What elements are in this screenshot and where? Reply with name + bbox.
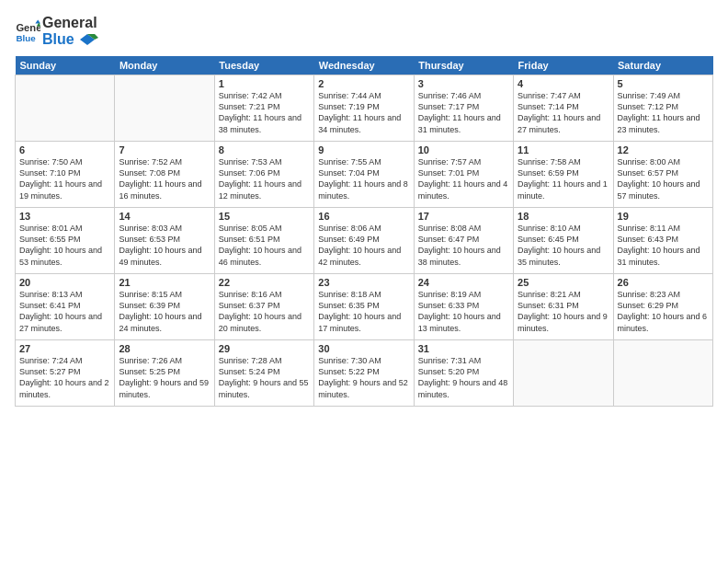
day-cell: 13Sunrise: 8:01 AM Sunset: 6:55 PM Dayli…: [16, 208, 115, 274]
day-info: Sunrise: 8:03 AM Sunset: 6:53 PM Dayligh…: [119, 223, 210, 268]
day-info: Sunrise: 8:18 AM Sunset: 6:35 PM Dayligh…: [318, 289, 409, 334]
day-header-monday: Monday: [115, 56, 214, 75]
day-cell: 10Sunrise: 7:57 AM Sunset: 7:01 PM Dayli…: [414, 142, 513, 208]
day-header-thursday: Thursday: [414, 56, 513, 75]
day-number: 6: [19, 144, 110, 155]
day-info: Sunrise: 7:46 AM Sunset: 7:17 PM Dayligh…: [418, 90, 509, 135]
day-number: 5: [618, 78, 709, 89]
day-cell: 9Sunrise: 7:55 AM Sunset: 7:04 PM Daylig…: [314, 142, 414, 208]
day-cell: 22Sunrise: 8:16 AM Sunset: 6:37 PM Dayli…: [214, 274, 313, 340]
day-cell: [514, 340, 613, 407]
week-row-4: 20Sunrise: 8:13 AM Sunset: 6:41 PM Dayli…: [16, 274, 713, 340]
day-header-friday: Friday: [514, 56, 613, 75]
day-info: Sunrise: 7:31 AM Sunset: 5:20 PM Dayligh…: [418, 355, 509, 400]
day-info: Sunrise: 7:50 AM Sunset: 7:10 PM Dayligh…: [19, 156, 110, 201]
day-number: 25: [518, 277, 609, 288]
day-number: 1: [219, 78, 310, 89]
day-header-wednesday: Wednesday: [314, 56, 414, 75]
day-number: 13: [19, 211, 110, 222]
day-info: Sunrise: 7:47 AM Sunset: 7:14 PM Dayligh…: [518, 90, 609, 135]
day-number: 31: [418, 343, 509, 354]
day-number: 7: [119, 144, 210, 155]
day-number: 4: [518, 78, 609, 89]
day-cell: 27Sunrise: 7:24 AM Sunset: 5:27 PM Dayli…: [16, 340, 115, 407]
logo-general: General: [42, 15, 98, 31]
day-info: Sunrise: 7:57 AM Sunset: 7:01 PM Dayligh…: [418, 156, 509, 201]
day-number: 30: [318, 343, 409, 354]
day-info: Sunrise: 7:52 AM Sunset: 7:08 PM Dayligh…: [119, 156, 210, 201]
day-cell: 15Sunrise: 8:05 AM Sunset: 6:51 PM Dayli…: [214, 208, 313, 274]
day-cell: 30Sunrise: 7:30 AM Sunset: 5:22 PM Dayli…: [314, 340, 414, 407]
day-cell: 12Sunrise: 8:00 AM Sunset: 6:57 PM Dayli…: [613, 142, 712, 208]
day-info: Sunrise: 8:23 AM Sunset: 6:29 PM Dayligh…: [618, 289, 709, 334]
svg-text:Blue: Blue: [16, 32, 36, 42]
day-info: Sunrise: 8:08 AM Sunset: 6:47 PM Dayligh…: [418, 223, 509, 268]
day-number: 11: [518, 144, 609, 155]
day-cell: 25Sunrise: 8:21 AM Sunset: 6:31 PM Dayli…: [514, 274, 613, 340]
logo: General Blue General Blue: [15, 15, 98, 47]
day-info: Sunrise: 8:00 AM Sunset: 6:57 PM Dayligh…: [618, 156, 709, 201]
day-number: 29: [219, 343, 310, 354]
day-cell: 16Sunrise: 8:06 AM Sunset: 6:49 PM Dayli…: [314, 208, 414, 274]
day-number: 17: [418, 211, 509, 222]
calendar-table: SundayMondayTuesdayWednesdayThursdayFrid…: [15, 56, 713, 407]
day-cell: 5Sunrise: 7:49 AM Sunset: 7:12 PM Daylig…: [613, 75, 712, 142]
day-info: Sunrise: 7:30 AM Sunset: 5:22 PM Dayligh…: [318, 355, 409, 400]
day-info: Sunrise: 7:58 AM Sunset: 6:59 PM Dayligh…: [518, 156, 609, 201]
day-info: Sunrise: 8:13 AM Sunset: 6:41 PM Dayligh…: [19, 289, 110, 334]
svg-text:General: General: [16, 22, 40, 33]
day-cell: 19Sunrise: 8:11 AM Sunset: 6:43 PM Dayli…: [613, 208, 712, 274]
day-info: Sunrise: 7:44 AM Sunset: 7:19 PM Dayligh…: [318, 90, 409, 135]
day-cell: 14Sunrise: 8:03 AM Sunset: 6:53 PM Dayli…: [115, 208, 214, 274]
day-info: Sunrise: 8:21 AM Sunset: 6:31 PM Dayligh…: [518, 289, 609, 334]
day-cell: 7Sunrise: 7:52 AM Sunset: 7:08 PM Daylig…: [115, 142, 214, 208]
day-number: 18: [518, 211, 609, 222]
day-info: Sunrise: 8:11 AM Sunset: 6:43 PM Dayligh…: [618, 223, 709, 268]
day-cell: 20Sunrise: 8:13 AM Sunset: 6:41 PM Dayli…: [16, 274, 115, 340]
day-cell: 23Sunrise: 8:18 AM Sunset: 6:35 PM Dayli…: [314, 274, 414, 340]
day-number: 16: [318, 211, 409, 222]
day-cell: [115, 75, 214, 142]
week-row-5: 27Sunrise: 7:24 AM Sunset: 5:27 PM Dayli…: [16, 340, 713, 407]
day-number: 12: [618, 144, 709, 155]
day-number: 20: [19, 277, 110, 288]
day-info: Sunrise: 8:06 AM Sunset: 6:49 PM Dayligh…: [318, 223, 409, 268]
day-number: 8: [219, 144, 310, 155]
day-cell: [613, 340, 712, 407]
day-cell: 8Sunrise: 7:53 AM Sunset: 7:06 PM Daylig…: [214, 142, 313, 208]
day-cell: 31Sunrise: 7:31 AM Sunset: 5:20 PM Dayli…: [414, 340, 513, 407]
day-info: Sunrise: 8:10 AM Sunset: 6:45 PM Dayligh…: [518, 223, 609, 268]
day-header-saturday: Saturday: [613, 56, 712, 75]
day-number: 21: [119, 277, 210, 288]
logo-text-block: General Blue: [42, 15, 98, 47]
day-info: Sunrise: 7:26 AM Sunset: 5:25 PM Dayligh…: [119, 355, 210, 400]
day-info: Sunrise: 8:19 AM Sunset: 6:33 PM Dayligh…: [418, 289, 509, 334]
day-number: 27: [19, 343, 110, 354]
day-cell: 2Sunrise: 7:44 AM Sunset: 7:19 PM Daylig…: [314, 75, 414, 142]
day-info: Sunrise: 7:49 AM Sunset: 7:12 PM Dayligh…: [618, 90, 709, 135]
day-cell: 21Sunrise: 8:15 AM Sunset: 6:39 PM Dayli…: [115, 274, 214, 340]
day-cell: 17Sunrise: 8:08 AM Sunset: 6:47 PM Dayli…: [414, 208, 513, 274]
day-number: 9: [318, 144, 409, 155]
day-cell: 6Sunrise: 7:50 AM Sunset: 7:10 PM Daylig…: [16, 142, 115, 208]
day-cell: 28Sunrise: 7:26 AM Sunset: 5:25 PM Dayli…: [115, 340, 214, 407]
day-cell: 29Sunrise: 7:28 AM Sunset: 5:24 PM Dayli…: [214, 340, 313, 407]
header-row: SundayMondayTuesdayWednesdayThursdayFrid…: [16, 56, 713, 75]
day-cell: 26Sunrise: 8:23 AM Sunset: 6:29 PM Dayli…: [613, 274, 712, 340]
day-cell: 11Sunrise: 7:58 AM Sunset: 6:59 PM Dayli…: [514, 142, 613, 208]
day-cell: 24Sunrise: 8:19 AM Sunset: 6:33 PM Dayli…: [414, 274, 513, 340]
day-number: 14: [119, 211, 210, 222]
day-info: Sunrise: 7:55 AM Sunset: 7:04 PM Dayligh…: [318, 156, 409, 201]
day-header-sunday: Sunday: [16, 56, 115, 75]
day-info: Sunrise: 7:53 AM Sunset: 7:06 PM Dayligh…: [219, 156, 310, 201]
day-cell: 3Sunrise: 7:46 AM Sunset: 7:17 PM Daylig…: [414, 75, 513, 142]
page-container: General Blue General Blue: [0, 0, 728, 414]
day-cell: 1Sunrise: 7:42 AM Sunset: 7:21 PM Daylig…: [214, 75, 313, 142]
day-number: 28: [119, 343, 210, 354]
day-cell: 18Sunrise: 8:10 AM Sunset: 6:45 PM Dayli…: [514, 208, 613, 274]
day-cell: [16, 75, 115, 142]
day-number: 26: [618, 277, 709, 288]
day-number: 22: [219, 277, 310, 288]
day-number: 24: [418, 277, 509, 288]
logo-flag-icon: [80, 34, 98, 45]
